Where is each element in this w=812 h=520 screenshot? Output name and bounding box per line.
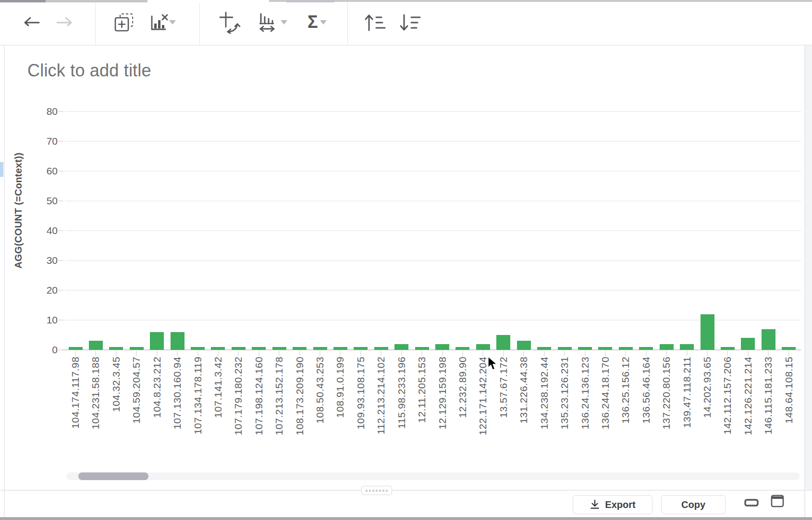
x-axis-tick-mark	[421, 351, 422, 356]
x-axis-tick-label: 12.232.89.90	[458, 357, 468, 418]
bar-mark[interactable]	[69, 347, 83, 350]
bar-mark[interactable]	[517, 341, 531, 350]
sort-descending-button[interactable]	[399, 13, 421, 32]
bar-mark[interactable]	[598, 347, 612, 350]
redo-button[interactable]	[56, 16, 74, 29]
bar-mark[interactable]	[558, 347, 572, 350]
y-axis-tick-label: 10	[28, 314, 58, 326]
x-axis-tick-mark	[482, 351, 483, 356]
y-gridline	[65, 290, 801, 291]
bar-mark[interactable]	[130, 347, 144, 350]
add-card-button[interactable]	[113, 12, 135, 33]
x-axis-tick-label: 108.91.0.199	[335, 357, 345, 418]
x-axis-tick-label: 108.173.209.190	[295, 357, 305, 435]
window-top-edge	[269, 0, 812, 2]
bar-mark[interactable]	[211, 347, 225, 350]
y-axis-tick-mark	[59, 290, 63, 291]
x-axis-tick-label: 104.59.204.57	[132, 357, 141, 424]
bar-mark[interactable]	[109, 347, 123, 350]
x-axis-tick-label: 134.238.192.44	[540, 357, 549, 430]
fit-width-button[interactable]	[258, 13, 279, 33]
y-axis-tick-mark	[59, 111, 63, 112]
sort-ascending-button[interactable]	[364, 13, 386, 32]
copy-button[interactable]: Copy	[661, 495, 726, 514]
y-axis-tick-label: 20	[28, 285, 58, 296]
y-axis-tick-label: 60	[28, 165, 58, 177]
bar-mark[interactable]	[721, 347, 735, 350]
download-icon	[590, 499, 600, 510]
bar-mark[interactable]	[701, 314, 714, 350]
export-button[interactable]: Export	[573, 495, 652, 514]
add-card-icon	[113, 12, 135, 33]
bar-mark[interactable]	[619, 347, 633, 350]
bar-mark[interactable]	[741, 338, 755, 350]
sort-descending-icon	[399, 13, 421, 32]
x-axis-tick-mark	[768, 351, 769, 356]
x-axis-tick-mark	[503, 351, 504, 356]
x-axis-tick-label: 104.231.58.188	[91, 357, 100, 430]
bar-mark[interactable]	[232, 347, 246, 350]
copy-button-label: Copy	[681, 499, 705, 510]
bar-mark[interactable]	[455, 347, 469, 350]
swap-axes-button[interactable]	[219, 12, 241, 34]
chart-title-placeholder[interactable]: Click to add title	[27, 61, 151, 81]
bar-mark[interactable]	[313, 347, 327, 350]
bar-mark[interactable]	[782, 347, 796, 350]
bar-mark[interactable]	[660, 344, 674, 350]
x-axis-tick-label: 13.57.67.172	[499, 357, 508, 418]
bar-mark[interactable]	[150, 332, 164, 350]
aggregate-button[interactable]: Σ	[308, 13, 318, 31]
bar-mark[interactable]	[394, 344, 408, 350]
x-axis-tick-label: 122.171.142.204	[478, 357, 488, 435]
bar-mark[interactable]	[762, 329, 775, 350]
y-axis-tick-label: 0	[28, 344, 58, 356]
bar-mark[interactable]	[333, 347, 347, 350]
bar-mark[interactable]	[476, 344, 490, 350]
x-axis-tick-label: 136.24.136.123	[580, 357, 590, 430]
x-axis-tick-label: 12.129.159.198	[438, 357, 447, 430]
x-axis-tick-label: 109.93.108.175	[356, 357, 366, 430]
bar-mark[interactable]	[171, 332, 185, 350]
resize-handle[interactable]	[361, 486, 392, 495]
horizontal-scrollbar-thumb[interactable]	[78, 472, 148, 480]
horizontal-scrollbar-track[interactable]	[66, 472, 800, 480]
x-axis-tick-mark	[218, 351, 219, 356]
x-axis-tick-label: 115.98.233.196	[397, 357, 406, 429]
panel-left-border	[4, 45, 5, 517]
expand-panel-button[interactable]	[771, 495, 784, 509]
fit-width-dropdown-caret[interactable]	[281, 20, 287, 25]
bar-mark[interactable]	[191, 347, 205, 350]
x-axis-tick-label: 131.226.44.38	[519, 357, 529, 424]
toolbar-divider	[347, 2, 348, 45]
clear-chart-button[interactable]	[149, 13, 168, 32]
bar-mark[interactable]	[89, 341, 103, 350]
undo-button[interactable]	[22, 16, 40, 29]
bar-mark[interactable]	[537, 347, 551, 350]
bar-mark[interactable]	[578, 347, 592, 350]
bar-mark[interactable]	[415, 347, 429, 350]
x-axis-tick-label: 107.213.152.178	[274, 357, 284, 435]
sigma-icon: Σ	[308, 13, 318, 31]
bar-mark[interactable]	[252, 347, 266, 350]
clear-chart-icon	[149, 13, 168, 32]
bar-mark[interactable]	[354, 347, 368, 350]
clear-chart-dropdown-caret[interactable]	[169, 20, 176, 25]
x-axis-tick-label: 142.112.157.206	[723, 357, 732, 434]
x-axis-tick-mark	[299, 351, 300, 356]
y-axis-tick-label: 30	[28, 255, 58, 266]
bar-mark[interactable]	[272, 347, 286, 350]
bar-mark[interactable]	[435, 344, 449, 350]
x-axis-tick-label: 136.244.18.170	[601, 357, 610, 430]
aggregate-dropdown-caret[interactable]	[320, 20, 327, 25]
bar-mark[interactable]	[293, 347, 307, 350]
bar-mark[interactable]	[639, 347, 653, 350]
x-axis-tick-label: 108.50.43.253	[315, 357, 325, 424]
x-axis-tick-mark	[360, 351, 361, 356]
bar-mark[interactable]	[496, 335, 510, 350]
x-axis-tick-label: 107.198.124.160	[254, 357, 264, 435]
sort-ascending-icon	[364, 13, 386, 32]
collapse-panel-button[interactable]	[744, 499, 759, 508]
bar-mark[interactable]	[374, 347, 388, 350]
y-axis-tick-label: 40	[28, 225, 58, 236]
bar-mark[interactable]	[680, 344, 694, 350]
